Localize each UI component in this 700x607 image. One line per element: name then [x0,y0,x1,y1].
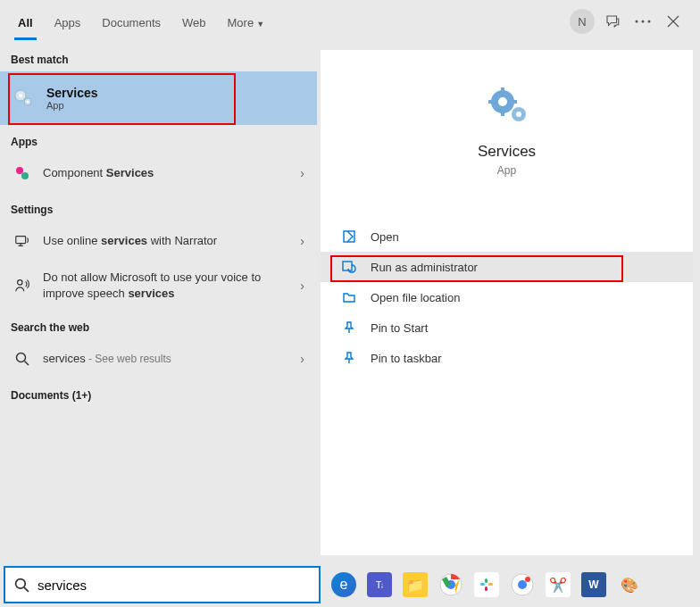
best-match-result[interactable]: Services App [0,71,317,125]
svg-point-6 [19,94,22,97]
search-box[interactable] [4,566,321,603]
documents-header: Documents (1+) [0,378,317,407]
speech-icon [12,278,32,294]
action-label: Pin to taskbar [371,352,442,365]
chevron-right-icon: › [300,279,304,293]
pin-icon [340,320,358,335]
svg-point-37 [525,577,530,582]
services-large-icon [321,86,693,129]
result-label: Component Services [43,165,300,181]
svg-point-8 [27,101,29,104]
action-pin-to-start[interactable]: Pin to Start [321,312,693,343]
taskbar-edge-icon[interactable]: e [331,572,356,597]
taskbar-slack-icon[interactable] [474,572,499,597]
results-panel: Best match Services App Apps Component S… [0,43,317,562]
action-label: Open file location [371,291,460,304]
result-component-services[interactable]: Component Services › [0,154,317,193]
svg-point-14 [18,280,22,285]
details-subtitle: App [321,164,693,177]
action-run-as-admin[interactable]: Run as administrator [321,252,693,282]
close-icon[interactable] [661,9,686,34]
best-match-subtitle: App [46,100,98,111]
svg-rect-31 [480,583,485,586]
taskbar: e Tᵢ 📁 ✂️ W 🎨 [321,562,700,607]
details-title: Services [321,143,693,161]
taskbar-snip-icon[interactable]: ✂️ [546,572,571,597]
svg-point-1 [642,21,645,23]
tab-web[interactable]: Web [171,4,217,40]
chevron-right-icon: › [300,234,304,248]
action-open-file-location[interactable]: Open file location [321,282,693,312]
more-icon[interactable] [630,9,655,34]
svg-point-10 [21,172,29,179]
chevron-right-icon: › [300,352,304,366]
action-open[interactable]: Open [321,221,693,252]
result-speech-services[interactable]: Do not allow Microsoft to use your voice… [0,261,317,311]
shield-icon [340,260,358,274]
svg-point-36 [518,580,527,589]
svg-point-18 [498,97,507,106]
svg-rect-11 [16,237,26,244]
tab-more[interactable]: More▼ [217,4,276,40]
bottom-bar: e Tᵢ 📁 ✂️ W 🎨 [0,562,700,607]
user-avatar[interactable]: N [570,9,595,34]
svg-line-28 [24,587,29,592]
svg-rect-20 [501,111,504,116]
search-icon [12,352,32,366]
svg-rect-26 [343,262,352,270]
result-web-search[interactable]: services - See web results › [0,339,317,378]
search-input[interactable] [38,568,207,602]
result-label: Use online services with Narrator [43,233,300,249]
tab-all[interactable]: All [7,4,44,40]
taskbar-word-icon[interactable]: W [581,572,606,597]
search-tabs: All Apps Documents Web More▼ N [0,0,700,43]
app-icon [12,165,32,181]
chevron-down-icon: ▼ [256,20,264,29]
details-panel: Services App Open Run as administrator [321,50,693,555]
apps-header: Apps [0,125,317,154]
action-label: Pin to Start [371,321,428,335]
action-label: Run as administrator [371,261,478,274]
svg-point-24 [516,112,521,117]
web-header: Search the web [0,311,317,339]
action-list: Open Run as administrator Open file loca… [321,221,693,373]
svg-rect-33 [485,578,488,583]
best-match-title: Services [46,86,98,100]
svg-point-15 [17,353,26,362]
pin-icon [340,351,358,365]
action-label: Open [371,230,399,244]
result-label: services - See web results [43,351,300,367]
taskbar-app-icon[interactable] [510,572,535,597]
folder-icon [340,290,358,304]
action-pin-to-taskbar[interactable]: Pin to taskbar [321,343,693,373]
gears-icon [12,87,34,109]
svg-point-2 [648,21,651,23]
taskbar-teams-icon[interactable]: Tᵢ [367,572,392,597]
svg-line-16 [25,362,29,366]
settings-header: Settings [0,193,317,221]
search-icon [5,578,38,593]
chevron-right-icon: › [300,166,304,180]
svg-rect-19 [501,87,504,93]
feedback-icon[interactable] [600,9,625,34]
tab-apps[interactable]: Apps [44,4,92,40]
svg-point-0 [636,21,638,23]
tab-documents[interactable]: Documents [91,4,171,40]
narrator-icon [12,233,32,249]
taskbar-explorer-icon[interactable]: 📁 [403,572,428,597]
svg-rect-32 [488,583,493,586]
svg-rect-34 [485,586,488,591]
open-icon [340,229,358,244]
taskbar-paint-icon[interactable]: 🎨 [617,572,642,597]
best-match-header: Best match [0,43,317,71]
taskbar-chrome-icon[interactable] [438,572,463,597]
svg-point-9 [16,167,23,174]
svg-rect-22 [512,100,517,104]
svg-point-27 [15,578,25,588]
svg-rect-21 [488,100,494,104]
result-narrator-services[interactable]: Use online services with Narrator › [0,221,317,261]
result-label: Do not allow Microsoft to use your voice… [43,270,300,302]
